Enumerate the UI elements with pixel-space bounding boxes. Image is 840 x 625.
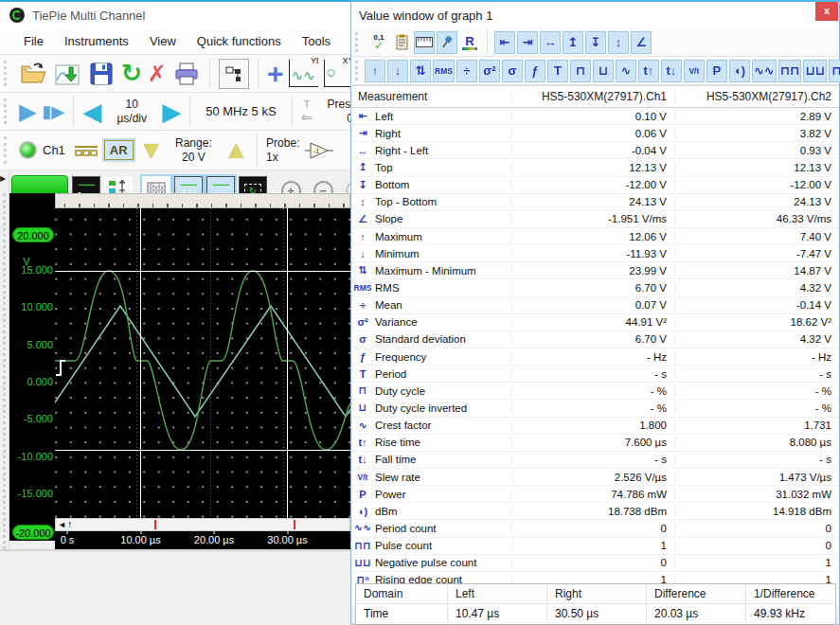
channel-axis-tab[interactable] [11, 175, 68, 194]
timebase-slower-button[interactable]: ◀ [82, 99, 101, 124]
measure-right-button[interactable]: ⇥ [517, 31, 538, 54]
start-button[interactable]: ▶ [19, 100, 36, 123]
oneshot-button[interactable]: ▮▶ [42, 103, 64, 120]
relative-values-button[interactable]: R [459, 31, 480, 54]
bottom-cursor[interactable] [55, 450, 350, 451]
pin-button[interactable] [437, 31, 457, 54]
measure-frequency-button[interactable]: ƒ [525, 60, 545, 82]
measure-bottom-button[interactable]: ↧ [585, 31, 606, 54]
measure-rms-button[interactable]: RMS [433, 60, 455, 82]
table-row-duty-cycle-inverted: ⊔Duty cycle inverted- %- % [352, 400, 839, 417]
menu-item-instruments[interactable]: Instruments [54, 30, 139, 52]
y-axis-max-handle[interactable]: 20.000 [12, 227, 54, 242]
summary-header-right: Right [546, 584, 646, 603]
cursor-marker[interactable] [294, 520, 295, 529]
trigger-level-icon[interactable] [56, 361, 65, 375]
measure-maximum-minimum-button[interactable]: ⇅ [410, 60, 431, 82]
toolbar-grip[interactable] [4, 136, 10, 164]
menu-item-view[interactable]: View [139, 30, 187, 52]
timebase-faster-button[interactable]: ▶ [162, 99, 181, 124]
measure-rising-edge-count-button[interactable]: ⊓ⁿ [829, 60, 840, 82]
delete-button[interactable]: ✗ [148, 61, 167, 87]
toolbar-grip[interactable] [4, 61, 10, 86]
menu-item-tools[interactable]: Tools [292, 30, 341, 52]
range-down-button[interactable]: ▼ [139, 140, 164, 160]
ch1-value: - Hz [511, 351, 674, 363]
measurement-label: dBm [373, 506, 511, 517]
measurement-label: Standard deviation [373, 333, 511, 345]
measure-rise-time-icon: t↑ [352, 437, 373, 448]
measure-power-button[interactable]: P [706, 60, 727, 82]
menu-item-file[interactable]: File [13, 30, 54, 52]
measure-dbm-button[interactable]: ◖) [729, 60, 750, 82]
scroll-left-marker-icon[interactable]: ◄ [58, 520, 66, 529]
print-button[interactable] [172, 60, 201, 88]
autoranging-button[interactable]: AR [104, 140, 134, 160]
ch1-value: 24.13 V [511, 196, 674, 207]
menu-item-quick-functions[interactable]: Quick functions [187, 30, 292, 52]
measure-slope-button[interactable]: ∠ [631, 31, 652, 54]
table-row-left: ⇤Left0.10 V2.89 V [352, 108, 839, 125]
measure-maximum-button[interactable]: ↑ [365, 60, 385, 82]
top-cursor[interactable] [55, 271, 350, 272]
yt-graph-button[interactable]: Yt∿∿ [289, 60, 318, 87]
probe-gain-button[interactable]: -1 [305, 141, 333, 160]
plot-area[interactable] [55, 208, 350, 518]
measure-variance-button[interactable]: σ² [479, 60, 500, 82]
range-up-button[interactable]: ▲ [223, 140, 248, 160]
measure-duty-cycle-icon: ⊓ [352, 384, 373, 397]
y-axis-min-handle[interactable]: -20.000 [12, 525, 54, 540]
right-cursor[interactable] [287, 208, 288, 518]
table-row-frequency: ƒFrequency- Hz- Hz [352, 348, 839, 366]
measure-pulse-count-button[interactable]: ⊓⊓ [778, 60, 802, 82]
table-row-minimum: ↓Minimum-11.93 V-7.47 V [352, 245, 839, 262]
summary-value-domain: Time [356, 604, 447, 623]
xy-graph-button[interactable]: XY○ [324, 60, 353, 87]
save-button[interactable] [87, 60, 116, 88]
xy-graph-icon: XY○ [324, 60, 353, 87]
measure-left-button[interactable]: ⇤ [494, 31, 515, 54]
toolbar-grip[interactable] [4, 98, 10, 124]
cursor-marker[interactable] [154, 520, 156, 529]
ch1-value: 0.07 V [511, 299, 674, 311]
open-button[interactable] [19, 60, 47, 88]
coupling-button[interactable] [74, 144, 98, 157]
measurement-label: Period [373, 368, 511, 380]
add-instrument-button[interactable]: + [267, 62, 284, 85]
copy-button[interactable] [391, 31, 412, 54]
toolbar-grip[interactable] [355, 32, 362, 51]
record-scrollbar[interactable]: ◄ ↑ [55, 518, 350, 531]
save-data-button[interactable] [53, 60, 81, 88]
measure-maximum-minimum-icon: ⇅ [352, 264, 373, 277]
dialog-title-bar[interactable]: Value window of graph 1 x [351, 2, 839, 28]
refresh-button[interactable]: ↻ [121, 59, 142, 88]
measure-negative-pulse-count-button[interactable]: ⊔⊔ [803, 60, 827, 82]
measure-rise-time-button[interactable]: t↑ [638, 60, 659, 82]
led-icon [19, 141, 37, 159]
measure-duty-cycle-inverted-button[interactable]: ⊔ [593, 60, 614, 82]
trigger-marker-icon[interactable]: ↑ [67, 518, 73, 529]
measure-duty-cycle-button[interactable]: ⊓ [570, 60, 591, 82]
measure-top-button[interactable]: ↥ [563, 31, 583, 54]
object-tree-button[interactable] [219, 59, 249, 89]
measure-fall-time-button[interactable]: t↓ [661, 60, 682, 82]
measure-top-bottom-button[interactable]: ↕ [608, 31, 629, 54]
y-axis-label: -10.000 [9, 451, 53, 462]
measure-mean-button[interactable]: ÷ [456, 60, 477, 82]
toggle-values-button[interactable]: 0,1✓ [368, 31, 389, 54]
close-button[interactable]: x [815, 2, 838, 21]
measure-period-count-icon: ∿∿ [352, 522, 373, 534]
measure-crest-factor-button[interactable]: ∿ [616, 60, 636, 82]
ch2-value: 12.13 V [674, 162, 839, 173]
measure-right-left-button[interactable]: ↔ [540, 31, 561, 54]
toolbar-grip[interactable] [355, 61, 358, 80]
show-cursors-button[interactable] [414, 31, 435, 54]
channel-enabled-led[interactable] [19, 141, 37, 159]
measure-standard-deviation-button[interactable]: σ [502, 60, 523, 82]
left-cursor[interactable] [140, 208, 141, 518]
measure-minimum-button[interactable]: ↓ [387, 60, 408, 82]
measure-slew-rate-button[interactable]: V/t [684, 60, 705, 82]
measure-period-count-button[interactable]: ∿∿ [752, 60, 777, 82]
measure-period-button[interactable]: T [547, 60, 568, 82]
probe-field[interactable]: Probe:1x [266, 136, 299, 165]
